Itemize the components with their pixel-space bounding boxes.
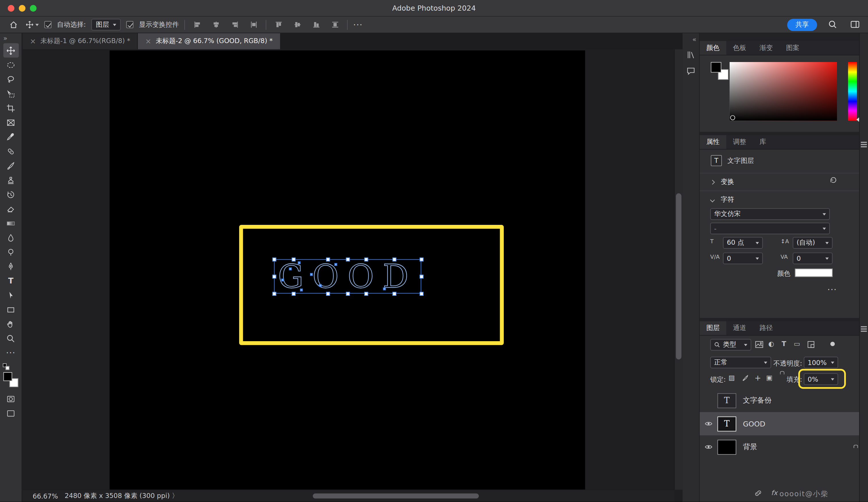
reset-transform-icon[interactable] <box>829 176 837 184</box>
transform-handle[interactable] <box>392 258 396 262</box>
lock-transparency-icon[interactable]: ▨ <box>728 374 735 382</box>
distribute-vertical-icon[interactable] <box>328 19 342 31</box>
transform-handle[interactable] <box>326 292 330 296</box>
properties-panel-menu-icon[interactable] <box>861 144 867 145</box>
path-anchor[interactable] <box>281 279 284 281</box>
show-transform-checkbox[interactable] <box>126 21 134 28</box>
healing-brush-tool[interactable] <box>3 144 19 158</box>
dodge-tool[interactable] <box>3 245 19 259</box>
gradient-tool[interactable] <box>3 216 19 230</box>
vertical-scrollbar-thumb[interactable] <box>676 193 681 360</box>
panel-foreground-swatch[interactable] <box>711 62 721 73</box>
layers-panel-menu-icon[interactable] <box>861 329 867 330</box>
tab-gradients[interactable]: 渐变 <box>753 41 779 55</box>
font-style-dropdown[interactable]: - <box>710 223 830 234</box>
type-tool[interactable]: T <box>3 274 19 288</box>
align-center-vertical-icon[interactable] <box>291 19 304 31</box>
canvas-viewport[interactable]: GOOD <box>23 49 674 490</box>
filter-pixel-layers-icon[interactable] <box>755 341 764 348</box>
rectangle-tool[interactable] <box>3 303 19 317</box>
dock-expand-icon[interactable]: « <box>692 35 696 43</box>
transform-handle[interactable] <box>272 275 276 279</box>
transform-handle[interactable] <box>292 258 296 262</box>
eye-icon[interactable] <box>700 421 717 427</box>
quick-mask-icon[interactable] <box>3 391 19 406</box>
history-brush-tool[interactable] <box>3 187 19 202</box>
saturation-brightness-field[interactable] <box>730 62 837 121</box>
filter-toggle-dot[interactable] <box>830 342 835 346</box>
document-tab-2[interactable]: × 未标题-2 @ 66.7% (GOOD, RGB/8) * <box>138 33 280 49</box>
layer-name[interactable]: 文字备份 <box>743 396 772 406</box>
transform-handle[interactable] <box>420 275 424 279</box>
link-layers-icon[interactable] <box>754 489 762 496</box>
frame-tool[interactable] <box>3 115 19 130</box>
share-button[interactable]: 共享 <box>787 19 817 31</box>
path-anchor[interactable] <box>310 273 313 276</box>
transform-box[interactable]: GOOD <box>274 259 421 294</box>
tab-color[interactable]: 颜色 <box>700 41 726 55</box>
hand-tool[interactable] <box>3 317 19 331</box>
vertical-scrollbar[interactable] <box>674 49 683 490</box>
libraries-panel-icon[interactable] <box>686 50 695 59</box>
tab-layers[interactable]: 图层 <box>700 321 726 335</box>
character-section-label[interactable]: 字符 <box>721 195 734 204</box>
zoom-tool[interactable] <box>3 331 19 346</box>
zoom-window-button[interactable] <box>30 5 37 11</box>
layer-filter-dropdown[interactable]: 类型 <box>710 339 751 351</box>
home-icon[interactable] <box>7 19 20 31</box>
path-anchor[interactable] <box>289 267 292 270</box>
brush-tool[interactable] <box>3 158 19 173</box>
blend-mode-dropdown[interactable]: 正常 <box>710 357 771 368</box>
layer-name[interactable]: 背景 <box>743 442 757 452</box>
document-canvas[interactable]: GOOD <box>110 50 585 489</box>
crop-tool[interactable] <box>3 101 19 115</box>
chevron-down-icon[interactable] <box>710 197 715 202</box>
filter-adjustment-layers-icon[interactable]: ◐ <box>768 340 774 348</box>
align-center-horizontal-icon[interactable] <box>209 19 223 31</box>
transform-section-label[interactable]: 变换 <box>721 177 734 187</box>
align-right-icon[interactable] <box>228 19 241 31</box>
filter-smart-object-icon[interactable] <box>807 341 815 348</box>
object-selection-tool[interactable] <box>3 86 19 101</box>
transform-handle[interactable] <box>346 258 350 262</box>
distribute-horizontal-icon[interactable] <box>247 19 260 31</box>
layer-row-background[interactable]: 背景 <box>700 436 859 459</box>
transform-handle[interactable] <box>326 258 330 262</box>
align-bottom-icon[interactable] <box>309 19 323 31</box>
eye-icon[interactable] <box>700 444 717 450</box>
chevron-right-icon[interactable] <box>710 180 715 184</box>
tab-close-icon[interactable]: × <box>145 37 151 45</box>
layer-thumbnail[interactable]: T <box>717 393 736 408</box>
font-size-dropdown[interactable]: 60 点 <box>723 237 763 248</box>
lock-image-icon[interactable] <box>742 375 749 382</box>
tracking-dropdown[interactable]: 0 <box>723 253 763 264</box>
align-top-icon[interactable] <box>272 19 285 31</box>
color-picker-handle[interactable] <box>730 115 735 120</box>
transform-handle[interactable] <box>420 258 424 262</box>
auto-select-checkbox[interactable] <box>44 21 51 28</box>
panel-more-button[interactable]: ··· <box>827 285 837 295</box>
eyedropper-tool[interactable] <box>3 130 19 144</box>
minimize-window-button[interactable] <box>19 5 25 11</box>
transform-handle[interactable] <box>364 258 368 262</box>
align-left-icon[interactable] <box>190 19 204 31</box>
tab-properties[interactable]: 属性 <box>700 135 726 149</box>
search-icon[interactable] <box>826 19 839 31</box>
path-anchor[interactable] <box>298 262 301 264</box>
path-selection-tool[interactable] <box>3 288 19 303</box>
elliptical-marquee-tool[interactable] <box>3 58 19 72</box>
hue-slider[interactable] <box>848 62 857 121</box>
hue-slider-marker[interactable] <box>856 117 859 122</box>
filter-shape-layers-icon[interactable]: ▭ <box>794 340 800 348</box>
layer-name[interactable]: GOOD <box>743 420 765 428</box>
clone-stamp-tool[interactable] <box>3 173 19 187</box>
document-info[interactable]: 2480 像素 x 3508 像素 (300 ppi) 〉 <box>65 491 178 501</box>
font-family-dropdown[interactable]: 华文仿宋 <box>710 208 830 220</box>
layer-thumbnail[interactable]: T <box>717 416 736 431</box>
opacity-dropdown[interactable]: 100% <box>804 357 838 368</box>
eraser-tool[interactable] <box>3 202 19 216</box>
tab-close-icon[interactable]: × <box>30 37 36 45</box>
lock-artboard-icon[interactable]: ▣ <box>766 374 772 382</box>
lasso-tool[interactable] <box>3 72 19 86</box>
layer-thumbnail[interactable] <box>717 439 736 454</box>
